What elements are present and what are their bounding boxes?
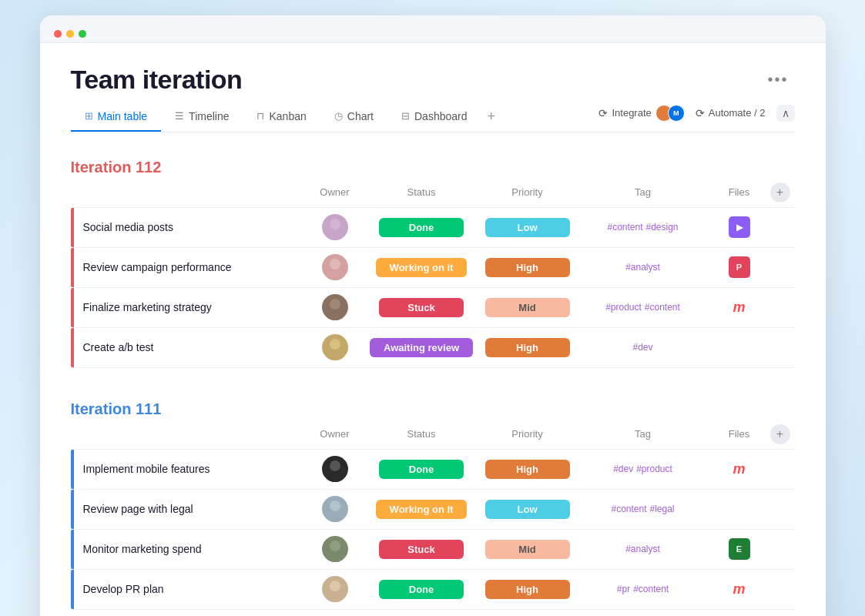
integrate-icon: ⟳	[598, 107, 608, 119]
page-header: Team iteration •••	[71, 65, 795, 95]
avatar	[322, 254, 348, 280]
tag-label: #dev	[632, 342, 652, 353]
row-owner	[304, 254, 366, 280]
svg-point-6	[330, 339, 340, 350]
task-name: Review campaign performance	[74, 261, 304, 273]
tag-label: #analyst	[625, 544, 660, 554]
row-status: Done	[366, 218, 478, 237]
row-priority: High	[478, 258, 578, 277]
row-status: Stuck	[366, 298, 478, 317]
svg-point-7	[327, 350, 344, 360]
automate-icon: ⟳	[696, 107, 705, 119]
priority-badge: High	[485, 258, 570, 277]
page-content: Team iteration ••• ⊞ Main table ☰ Timeli…	[40, 43, 826, 616]
add-column-button-111[interactable]: +	[770, 424, 790, 444]
automate-action[interactable]: ⟳ Automate / 2	[696, 107, 766, 119]
row-status: Done	[366, 460, 478, 479]
status-badge: Stuck	[379, 298, 464, 317]
task-name: Finalize marketing strategy	[74, 301, 304, 313]
avatar	[322, 456, 348, 482]
priority-badge: High	[485, 338, 570, 357]
task-name: Monitor marketing spend	[74, 543, 304, 555]
priority-badge: Mid	[485, 540, 570, 559]
iteration-112-col-headers: Owner Status Priority Tag Files +	[71, 178, 795, 208]
row-priority: High	[478, 338, 578, 357]
table-row[interactable]: Develop PR plan Done High #pr #content	[71, 570, 795, 610]
table-row[interactable]: Review campaign performance Working on i…	[71, 248, 795, 288]
svg-point-15	[327, 591, 344, 602]
tab-timeline-label: Timeline	[189, 110, 229, 122]
status-badge: Done	[379, 580, 464, 599]
file-icon: E	[729, 538, 750, 560]
table-row[interactable]: Implement mobile features Done High #dev…	[71, 450, 795, 490]
col-header-owner: Owner	[304, 186, 366, 198]
file-icon: P	[729, 256, 750, 278]
row-status: Working on It	[366, 500, 478, 519]
table-row[interactable]: Review page with legal Working on It Low…	[71, 490, 795, 530]
row-tag: #product #content	[578, 302, 709, 313]
iteration-111-section: Iteration 111 Owner Status Priority Tag …	[71, 393, 795, 610]
dashboard-icon: ⊟	[401, 110, 410, 122]
svg-point-1	[327, 229, 344, 240]
automate-label: Automate / 2	[709, 107, 766, 119]
col-header-files: Files	[709, 186, 770, 198]
row-status: Stuck	[366, 540, 478, 559]
minimize-dot[interactable]	[66, 30, 74, 38]
tab-actions: ⟳ Integrate M ⟳ Automate / 2 ∧	[598, 105, 794, 129]
priority-badge: Low	[485, 218, 570, 237]
avatar	[322, 294, 348, 320]
priority-badge: High	[485, 460, 570, 479]
col-header-priority: Priority	[478, 428, 578, 440]
task-name: Create a/b test	[74, 341, 304, 353]
kanban-icon: ⊓	[256, 110, 264, 122]
row-tag: #dev #product	[578, 464, 709, 474]
col-header-owner: Owner	[304, 428, 366, 440]
tag-label: #content	[611, 504, 646, 514]
tag-label: #content	[645, 302, 680, 313]
svg-point-11	[327, 511, 344, 522]
row-status: Working on it	[366, 258, 478, 277]
page-title: Team iteration	[71, 65, 243, 95]
collapse-button[interactable]: ∧	[776, 105, 795, 122]
row-owner	[304, 496, 366, 522]
integrate-avatars: M	[655, 105, 685, 122]
tab-kanban[interactable]: ⊓ Kanban	[243, 104, 320, 132]
tag-label: #content	[607, 222, 642, 233]
more-button[interactable]: •••	[761, 68, 794, 92]
tab-timeline[interactable]: ☰ Timeline	[161, 104, 243, 132]
svg-point-4	[330, 299, 340, 310]
close-dot[interactable]	[54, 30, 62, 38]
tab-chart[interactable]: ◷ Chart	[320, 104, 387, 132]
iteration-112-title: Iteration 112	[71, 159, 162, 176]
col-header-priority: Priority	[478, 186, 578, 198]
integrate-action[interactable]: ⟳ Integrate M	[598, 105, 684, 122]
status-badge: Done	[379, 460, 464, 479]
svg-point-12	[330, 541, 340, 551]
row-status: Awaiting review	[366, 338, 478, 357]
main-table-icon: ⊞	[85, 110, 93, 122]
col-header-tag: Tag	[578, 186, 709, 198]
row-priority: High	[478, 580, 578, 599]
status-badge: Working on it	[376, 258, 468, 277]
row-status: Done	[366, 580, 478, 599]
add-tab-button[interactable]: +	[481, 102, 502, 132]
row-files: E	[709, 538, 770, 560]
col-header-tag: Tag	[578, 428, 709, 440]
tab-main-table-label: Main table	[98, 110, 148, 122]
avatar	[322, 536, 348, 562]
task-name: Develop PR plan	[74, 583, 304, 595]
chart-icon: ◷	[334, 110, 343, 122]
app-window: Team iteration ••• ⊞ Main table ☰ Timeli…	[40, 15, 826, 616]
table-row[interactable]: Monitor marketing spend Stuck Mid #analy…	[71, 530, 795, 570]
maximize-dot[interactable]	[79, 30, 86, 38]
table-row[interactable]: Create a/b test Awaiting review High #de…	[71, 328, 795, 368]
integrate-label: Integrate	[612, 107, 651, 119]
tab-bar: ⊞ Main table ☰ Timeline ⊓ Kanban ◷ Chart…	[71, 102, 795, 132]
table-row[interactable]: Finalize marketing strategy Stuck Mid #p…	[71, 288, 795, 328]
table-row[interactable]: Social media posts Done Low #content #de…	[71, 208, 795, 248]
tab-main-table[interactable]: ⊞ Main table	[71, 104, 162, 132]
row-tag: #dev	[578, 342, 709, 353]
tab-dashboard[interactable]: ⊟ Dashboard	[387, 104, 481, 132]
priority-badge: Mid	[485, 298, 570, 317]
add-column-button-112[interactable]: +	[770, 182, 790, 203]
